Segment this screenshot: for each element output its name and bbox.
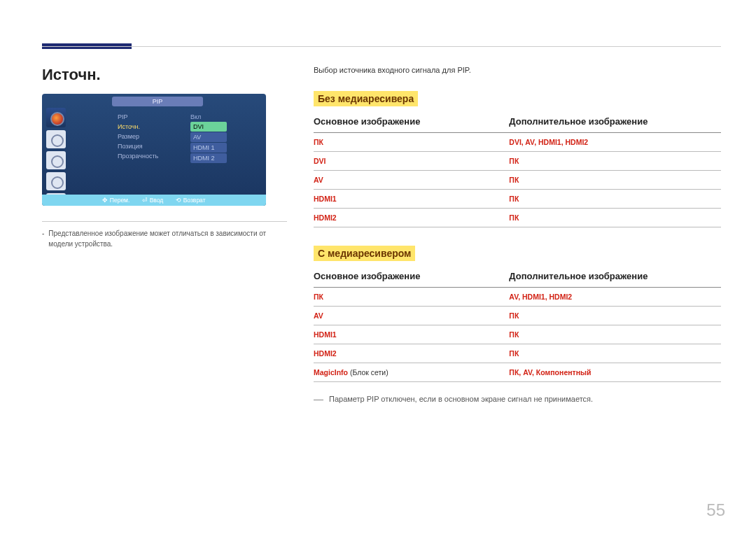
- table-row: ПКAV, HDMI1, HDMI2: [314, 288, 721, 307]
- osd-icon-sidebar: [46, 108, 109, 206]
- osd-screenshot: PIP PIP Источн. Размер Позиция Прозрачно…: [42, 94, 266, 206]
- caption-rule: [42, 221, 287, 222]
- cell-main: HDMI2: [314, 209, 509, 227]
- osd-value-list: Вкл DVI AV HDMI 1 HDMI 2: [190, 112, 255, 163]
- table-row: ПКDVI, AV, HDMI1, HDMI2: [314, 133, 721, 152]
- osd-footer: ✥ Перем. ⏎ Ввод ⟲ Возврат: [42, 195, 266, 206]
- table-row: HDMI2ПК: [314, 344, 721, 363]
- footnote: Параметр PIP отключен, если в основном э…: [314, 395, 721, 403]
- caption-text: Представленное изображение может отличат…: [48, 229, 287, 249]
- cell-main: MagicInfo (Блок сети): [314, 363, 509, 382]
- osd-icon: [46, 172, 66, 190]
- osd-option: HDMI 1: [190, 143, 227, 153]
- table-with-receiver: Основное изображение Дополнительное изоб…: [314, 267, 721, 382]
- table-header-main: Основное изображение: [314, 112, 509, 133]
- cell-sub: ПК: [509, 307, 721, 325]
- table-row: HDMI1ПК: [314, 190, 721, 209]
- osd-menu-item: Размер: [118, 132, 188, 141]
- cell-sub: ПК: [509, 325, 721, 344]
- osd-icon: [46, 130, 66, 148]
- right-column: Выбор источника входного сигнала для PIP…: [314, 66, 721, 403]
- dash-icon: -: [42, 229, 44, 249]
- cell-main: AV: [314, 171, 509, 190]
- osd-option-highlight: DVI: [190, 122, 227, 132]
- osd-menu-list: PIP Источн. Размер Позиция Прозрачность: [118, 112, 188, 161]
- osd-menu-item-selected: Источн.: [118, 122, 188, 132]
- cell-sub: ПК, AV, Компонентный: [509, 363, 721, 382]
- cell-sub: ПК: [509, 209, 721, 227]
- left-column: Источн. PIP PIP Источн. Размер Позиция П…: [42, 66, 287, 249]
- image-caption: - Представленное изображение может отлич…: [42, 229, 287, 249]
- osd-option: HDMI 2: [190, 153, 227, 163]
- osd-title: PIP: [112, 97, 203, 106]
- table-header-sub: Дополнительное изображение: [509, 267, 721, 288]
- cell-main: HDMI2: [314, 344, 509, 363]
- table-row: DVIПК: [314, 152, 721, 171]
- osd-hint-enter: ⏎ Ввод: [142, 197, 163, 204]
- cell-sub: ПК: [509, 344, 721, 363]
- osd-option: AV: [190, 132, 227, 142]
- intro-text: Выбор источника входного сигнала для PIP…: [314, 66, 721, 74]
- table-header-main: Основное изображение: [314, 267, 509, 288]
- table-no-receiver: Основное изображение Дополнительное изоб…: [314, 112, 721, 227]
- osd-icon-active: [46, 108, 66, 127]
- table-row: HDMI1ПК: [314, 325, 721, 344]
- cell-main: ПК: [314, 288, 509, 307]
- table-row: AVПК: [314, 307, 721, 325]
- osd-menu-item: PIP: [118, 112, 188, 122]
- cell-main: ПК: [314, 133, 509, 152]
- subsection-heading: С медиаресивером: [314, 246, 415, 261]
- subsection-heading: Без медиаресивера: [314, 91, 418, 106]
- osd-icon: [46, 151, 66, 169]
- table-row: AVПК: [314, 171, 721, 190]
- cell-sub: ПК: [509, 190, 721, 209]
- cell-sub: ПК: [509, 152, 721, 171]
- table-header-sub: Дополнительное изображение: [509, 112, 721, 133]
- footnote-text: Параметр PIP отключен, если в основном э…: [329, 395, 593, 403]
- osd-value: Вкл: [190, 112, 255, 122]
- cell-sub: AV, HDMI1, HDMI2: [509, 288, 721, 307]
- osd-hint-return: ⟲ Возврат: [176, 197, 205, 204]
- cell-sub: ПК: [509, 171, 721, 190]
- cell-main: AV: [314, 307, 509, 325]
- cell-main: HDMI1: [314, 190, 509, 209]
- cell-main: HDMI1: [314, 325, 509, 344]
- cell-sub: DVI, AV, HDMI1, HDMI2: [509, 133, 721, 152]
- osd-menu-item: Позиция: [118, 141, 188, 151]
- osd-hint-move: ✥ Перем.: [102, 197, 130, 204]
- osd-menu-item: Прозрачность: [118, 151, 188, 161]
- table-row: MagicInfo (Блок сети) ПК, AV, Компонентн…: [314, 363, 721, 382]
- section-title: Источн.: [42, 66, 287, 84]
- header-rule: [42, 46, 721, 47]
- footnote-dash-icon: [314, 400, 323, 403]
- page-number: 55: [706, 500, 725, 520]
- table-row: HDMI2ПК: [314, 209, 721, 227]
- cell-main: DVI: [314, 152, 509, 171]
